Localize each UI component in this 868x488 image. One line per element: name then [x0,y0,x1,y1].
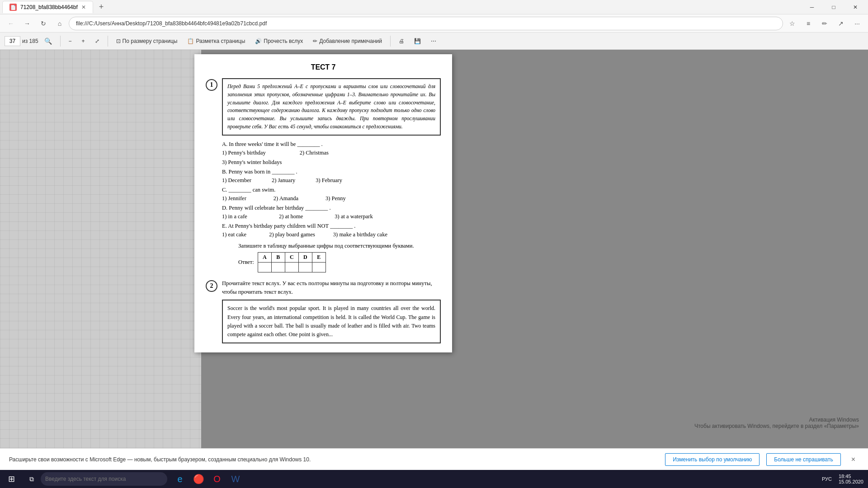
notes-btn[interactable]: ✏ [817,16,832,31]
answer-a[interactable] [258,262,271,272]
taskbar-word-icon[interactable]: W [227,471,244,487]
table-answer-row [258,262,326,272]
answer-c[interactable] [285,262,298,272]
taskbar-lang: РУС [822,476,832,482]
zoom-in-btn[interactable]: + [78,37,89,46]
more-btn[interactable]: ⋯ [427,37,440,46]
page-number-input[interactable] [5,36,20,46]
col-d: D [298,252,312,262]
taskbar-opera-icon[interactable]: O [209,471,225,487]
test-title: ТЕСТ 7 [206,63,441,71]
menu-btn[interactable]: ··· [850,16,864,31]
option-e3: 3) make a birthday cake [333,231,387,238]
close-btn[interactable]: ✕ [845,0,866,14]
option-a2: 2) Christmas [300,150,329,156]
page-controls: из 185 [5,36,38,46]
browser-window: 📄 71208_bfa838bb4464bf ✕ + ─ □ ✕ ← → ↻ ⌂… [0,0,868,470]
question-c-options: 1) Jennifer 2) Amanda 3) Penny [222,195,441,202]
col-e: E [312,252,326,262]
tab-area: 📄 71208_bfa838bb4464bf ✕ + [2,1,802,13]
minimize-btn[interactable]: ─ [802,0,822,14]
tab-favicon: 📄 [9,4,17,11]
task2-block: 2 Прочитайте текст вслух. У вас есть пол… [206,279,441,296]
search-pdf-btn[interactable]: 🔍 [41,34,56,48]
taskbar-icons: e 🔴 O W [172,471,244,487]
answer-instruction: Запишите в таблицу выбранные цифры под с… [238,243,441,249]
answer-d[interactable] [298,262,312,272]
share-btn[interactable]: ↗ [834,16,848,31]
start-btn[interactable]: ⊞ [0,470,23,488]
hub-btn[interactable]: ≡ [801,16,816,31]
notification-text: Расширьте свои возможности с Microsoft E… [9,456,658,463]
address-bar[interactable] [69,17,783,30]
total-pages-label: из 185 [22,38,38,44]
option-a1: 1) Penny's birthday [222,150,266,156]
separator-2 [108,36,108,47]
maximize-btn[interactable]: □ [823,0,844,14]
question-e-stem: E. At Penny's birthday party children wi… [222,223,441,230]
activation-notice: Активация Windows Чтобы активировать Win… [694,417,859,429]
answer-table: A B C D E [258,252,326,272]
tab-title: 71208_bfa838bb4464bf [20,4,78,10]
separator-3 [390,36,391,47]
new-tab-btn[interactable]: + [95,2,108,12]
fit-page-icon: ⊡ [116,38,121,44]
option-b2: 2) January [272,177,295,184]
option-a3: 3) Penny's winter holidays [222,159,282,166]
read-aloud-btn[interactable]: 🔊 Прочесть вслух [251,37,307,46]
content-area: ТЕСТ 7 1 Перед Вами 5 предложений А–Е с … [0,50,868,470]
add-notes-btn[interactable]: ✏ Добавление примечаний [309,37,386,46]
taskbar-search[interactable] [41,472,167,486]
option-b3: 3) February [316,177,342,184]
favorites-btn[interactable]: ☆ [785,16,799,31]
home-btn[interactable]: ⌂ [52,16,67,31]
fit-width-btn[interactable]: ⤢ [91,37,103,46]
zoom-out-btn[interactable]: − [65,37,75,46]
task2-instruction: Прочитайте текст вслух. У вас есть полто… [222,279,441,296]
grid-panel [0,50,201,470]
option-c2: 2) Amanda [274,195,298,202]
soccer-text: Soccer is the world's most popular sport… [227,305,435,338]
task-view-btn[interactable]: ⧉ [24,472,39,486]
markup-btn[interactable]: 📋 Разметка страницы [184,37,249,46]
question-b-stem: B. Penny was born in ________ . [222,169,441,175]
fit-page-btn[interactable]: ⊡ По размеру страницы [113,37,181,46]
svg-rect-1 [0,50,201,470]
table-header-row: A B C D E [258,252,326,262]
answer-table-section: Запишите в таблицу выбранные цифры под с… [238,243,441,272]
browser-tab[interactable]: 📄 71208_bfa838bb4464bf ✕ [2,1,93,13]
change-default-btn[interactable]: Изменить выбор по умолчанию [665,453,760,466]
nav-right-icons: ☆ ≡ ✏ ↗ ··· [785,16,864,31]
pdf-toolbar: из 185 🔍 − + ⤢ ⊡ По размеру страницы 📋 Р… [0,33,868,50]
taskbar-edge-icon[interactable]: 🔴 [190,471,207,487]
dont-ask-btn[interactable]: Больше не спрашивать [766,453,840,466]
task1-block: 1 Перед Вами 5 предложений А–Е с пропуск… [206,78,441,136]
taskbar-right: РУС 18:45 15.05.2020 [822,474,868,484]
option-d2: 2) at home [279,213,303,220]
question-c-stem: C. ________ can swim. [222,187,441,193]
forward-btn[interactable]: → [20,16,34,31]
pdf-page: ТЕСТ 7 1 Перед Вами 5 предложений А–Е с … [194,54,452,352]
tab-close-btn[interactable]: ✕ [81,4,86,10]
answer-e[interactable] [312,262,326,272]
question-d-stem: D. Penny will celebrate her birthday ___… [222,205,441,211]
option-e2: 2) play board games [269,231,315,238]
notification-close-btn[interactable]: × [848,454,859,465]
col-a: A [258,252,271,262]
print-btn[interactable]: 🖨 [395,37,408,46]
option-c3: 3) Penny [326,195,346,202]
question-d-options: 1) in a cafe 2) at home 3) at a waterpar… [222,213,441,220]
activation-line1: Активация Windows [694,417,859,423]
answer-b[interactable] [271,262,285,272]
question-b-options: 1) December 2) January 3) February [222,177,441,184]
question-a-options-2: 3) Penny's winter holidays [222,159,441,166]
notes-icon: ✏ [313,38,317,44]
save-btn[interactable]: 💾 [410,37,425,46]
taskbar-ie-icon[interactable]: e [172,471,188,487]
option-d3: 3) at a waterpark [335,213,373,220]
refresh-btn[interactable]: ↻ [36,16,51,31]
option-e1: 1) eat cake [222,231,246,238]
task1-instruction: Перед Вами 5 предложений А–Е с пропускам… [222,78,441,136]
option-d1: 1) in a cafe [222,213,247,220]
back-btn[interactable]: ← [4,16,18,31]
